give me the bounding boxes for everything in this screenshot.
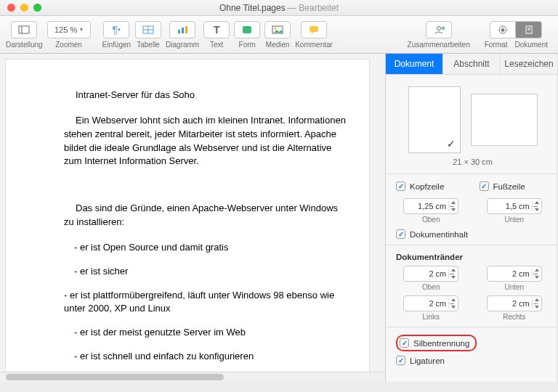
oben-label: Oben (422, 283, 440, 291)
close-icon[interactable] (7, 4, 15, 12)
page[interactable]: Intranet-Server für das Soho Ein Webserv… (6, 60, 369, 382)
inspector-toggle (490, 21, 542, 38)
unten-label: Unten (504, 283, 524, 291)
view-button[interactable] (11, 21, 37, 38)
svg-rect-0 (19, 26, 29, 33)
doc-name: Ohne Titel.pages (219, 3, 286, 13)
dokumentinhalt-label: Dokumentinhalt (410, 230, 468, 239)
table-button[interactable] (135, 21, 161, 38)
list-item: - er ist Open Source und damit gratis (74, 241, 347, 255)
titlebar: Ohne Titel.pages — Bearbeitet (0, 0, 558, 16)
margin-bottom-stepper[interactable]: 2 cm (487, 266, 542, 282)
margin-right-stepper[interactable]: 2 cm (487, 295, 542, 311)
maximize-icon[interactable] (33, 4, 41, 12)
document-label: Dokument (514, 41, 548, 49)
tab-lesezeichen[interactable]: Lesezeichen (501, 54, 558, 74)
window-controls (0, 4, 41, 12)
text-label: Text (210, 41, 223, 49)
view-label: Darstellung (6, 41, 43, 49)
window-title: Ohne Titel.pages — Bearbeitet (0, 3, 558, 13)
raender-heading: Dokumentränder (396, 253, 549, 261)
page-template-landscape[interactable] (471, 94, 538, 146)
page-thumbnails: ✓ (396, 86, 549, 153)
svg-text:+: + (442, 26, 444, 30)
shape-label: Form (239, 41, 256, 49)
edited-indicator: — Bearbeitet (288, 3, 339, 13)
ligaturen-label: Ligaturen (410, 356, 445, 365)
main-area: Intranet-Server für das Soho Ein Webserv… (0, 54, 558, 382)
oben-label: Oben (422, 216, 440, 224)
comment-label: Kommentar (295, 41, 333, 49)
inspector-tabs: Dokument Abschnitt Lesezeichen (386, 54, 558, 75)
inspector-panel: Dokument Abschnitt Lesezeichen ✓ 21 × 30… (385, 54, 558, 382)
tab-abschnitt[interactable]: Abschnitt (443, 54, 501, 74)
page-template-portrait[interactable]: ✓ (408, 86, 461, 153)
zoom-label: Zoomen (55, 41, 82, 49)
kopfzeile-checkbox[interactable] (396, 181, 405, 191)
fusszeile-value: 1,5 cm (506, 202, 530, 211)
check-icon: ✓ (447, 138, 456, 150)
ligaturen-checkbox[interactable] (396, 356, 405, 365)
separator (386, 327, 558, 327)
shape-button[interactable] (234, 21, 260, 38)
insert-button[interactable]: ¶▾ (103, 21, 129, 38)
list-item: - er ist der meist genutzte Server im We… (74, 326, 347, 340)
list-item: - er ist schnell und einfach zu konfigur… (74, 350, 347, 364)
separator (386, 245, 558, 245)
margin-top-stepper[interactable]: 2 cm (403, 266, 458, 282)
list-item: - er ist plattformübergreifend, läuft un… (64, 289, 347, 317)
links-label: Links (423, 313, 440, 321)
svg-rect-11 (310, 26, 318, 32)
kopfzeile-value: 1,25 cm (418, 202, 446, 211)
fusszeile-label: Fußzeile (493, 182, 525, 191)
svg-rect-5 (178, 30, 180, 33)
insert-label: Einfügen (102, 41, 131, 49)
format-label: Format (485, 41, 508, 49)
unten-label: Unten (504, 216, 524, 224)
inspector-content: ✓ 21 × 30 cm Kopfzeile Fußzeile 1,25 cmO… (386, 75, 558, 382)
document-canvas[interactable]: Intranet-Server für das Soho Ein Webserv… (0, 54, 385, 382)
horizontal-scrollbar[interactable] (0, 372, 385, 382)
media-label: Medien (266, 41, 290, 49)
text-button[interactable]: T (203, 21, 230, 38)
minimize-icon[interactable] (20, 4, 28, 12)
svg-rect-7 (185, 26, 187, 33)
comment-button[interactable] (301, 21, 327, 38)
zoom-select[interactable]: 125 %▾ (47, 21, 91, 38)
paragraph-2: Das sind die Gründe, einen Apache-Webser… (64, 202, 347, 229)
chart-button[interactable] (169, 21, 195, 38)
list-item: - er ist sicher (74, 265, 347, 279)
kopfzeile-stepper[interactable]: 1,25 cm (403, 198, 458, 214)
svg-rect-6 (182, 28, 184, 33)
margin-left-stepper[interactable]: 2 cm (403, 295, 458, 311)
rechts-label: Rechts (503, 313, 525, 321)
margin-right-value: 2 cm (512, 299, 530, 308)
media-button[interactable] (264, 21, 291, 38)
tab-dokument[interactable]: Dokument (386, 54, 443, 74)
paragraph-1: Ein Webserver lohnt sich auch im kleinen… (64, 114, 347, 168)
scrollbar-thumb[interactable] (6, 374, 224, 380)
collaborate-button[interactable]: + (426, 21, 452, 38)
format-tab-button[interactable] (490, 21, 516, 38)
fusszeile-checkbox[interactable] (480, 181, 489, 191)
svg-rect-8 (243, 26, 251, 33)
zoom-value: 125 % (54, 25, 77, 34)
toolbar: Darstellung 125 %▾ Zoomen ¶▾ Einfügen Ta… (0, 16, 558, 54)
silbentrennung-label: Silbentrennung (413, 339, 469, 348)
separator (386, 173, 558, 174)
svg-point-12 (437, 26, 440, 30)
heading: Intranet-Server für das Soho (64, 89, 347, 102)
silbentrennung-highlight: Silbentrennung (396, 335, 477, 351)
kopfzeile-label: Kopfzeile (410, 182, 444, 191)
silbentrennung-checkbox[interactable] (400, 338, 409, 348)
margin-bottom-value: 2 cm (512, 269, 530, 278)
svg-point-10 (275, 27, 277, 29)
table-label: Tabelle (137, 41, 160, 49)
page-dimensions: 21 × 30 cm (396, 158, 549, 166)
document-tab-button[interactable] (516, 21, 542, 38)
collaborate-label: Zusammenarbeiten (408, 41, 470, 49)
dokumentinhalt-checkbox[interactable] (396, 229, 405, 239)
fusszeile-stepper[interactable]: 1,5 cm (487, 198, 542, 214)
margin-left-value: 2 cm (429, 299, 446, 308)
margin-top-value: 2 cm (429, 269, 446, 278)
